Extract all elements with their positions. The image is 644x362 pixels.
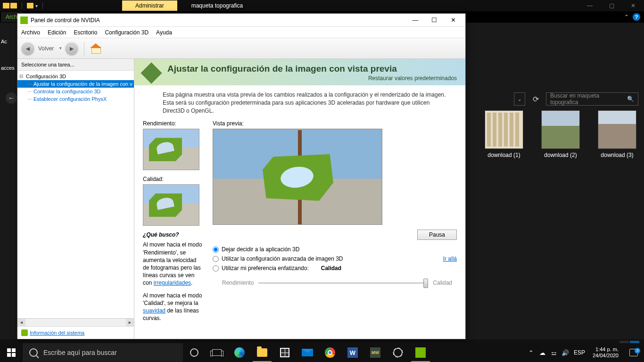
- minimize-button[interactable]: —: [406, 15, 425, 26]
- action-center-button[interactable]: 3: [623, 349, 644, 356]
- back-button[interactable]: ←: [6, 92, 17, 104]
- taskbar-app-chrome[interactable]: [319, 343, 341, 362]
- explorer-left-fragment: Ac acces: [0, 28, 17, 81]
- taskbar-app-word[interactable]: W: [341, 343, 364, 362]
- start-button[interactable]: [0, 343, 23, 362]
- taskbar-app-settings[interactable]: [387, 343, 409, 362]
- label-preview: Vista previa:: [213, 120, 457, 127]
- minimize-button[interactable]: —: [579, 0, 601, 11]
- back-label: Volver: [38, 45, 54, 52]
- taskbar-app-mw[interactable]: MW: [364, 343, 387, 362]
- tray-overflow-icon[interactable]: ⌃: [526, 349, 537, 356]
- quality-slider[interactable]: Rendimiento Calidad: [213, 273, 457, 291]
- taskbar-app-store[interactable]: [273, 343, 296, 362]
- nvidia-icon: [20, 16, 28, 24]
- menu-archivo[interactable]: Archivo: [21, 29, 40, 36]
- chevron-down-icon[interactable]: ▾: [35, 3, 38, 8]
- wifi-icon[interactable]: ⚍: [548, 349, 560, 356]
- preference-value: Calidad: [321, 265, 341, 272]
- pause-button[interactable]: Pausa: [417, 230, 457, 240]
- label-rendimiento: Rendimiento:: [143, 120, 204, 127]
- menu-edicion[interactable]: Edición: [48, 29, 66, 36]
- back-button[interactable]: ◄: [21, 42, 34, 55]
- tree-item-physx[interactable]: Establecer configuración PhysX: [17, 95, 134, 103]
- link-ir-alla[interactable]: Ir allá: [443, 255, 457, 262]
- refresh-icon[interactable]: ⟳: [529, 92, 542, 106]
- radio-app-decide[interactable]: Dejar decidir a la aplicación 3D: [213, 245, 457, 254]
- banner-icon: [141, 63, 162, 83]
- horizontal-scrollbar[interactable]: ◄►: [17, 318, 134, 326]
- help-icon[interactable]: ?: [633, 13, 640, 21]
- forward-button[interactable]: ►: [65, 42, 78, 55]
- onedrive-icon[interactable]: ☁: [537, 349, 548, 356]
- volume-icon[interactable]: 🔊: [560, 349, 571, 356]
- explorer-titlebar: ▾ Administrar maqueta topografica — ▢ ✕: [0, 0, 644, 11]
- address-dropdown[interactable]: ⌄: [514, 92, 525, 106]
- tree-item-manage-3d[interactable]: Controlar la configuración 3D: [17, 88, 134, 95]
- label-calidad: Calidad:: [143, 176, 204, 182]
- maximize-button[interactable]: ▢: [601, 0, 622, 11]
- folder-icon[interactable]: [3, 3, 9, 8]
- notification-badge: 3: [635, 348, 640, 354]
- page-description: Esta página muestra una vista previa de …: [134, 85, 465, 120]
- maximize-button[interactable]: ☐: [425, 15, 444, 26]
- nvidia-titlebar[interactable]: Panel de control de NVIDIA — ☐ ✕: [17, 14, 465, 27]
- page-banner: Ajustar la configuración de la imagen co…: [134, 59, 465, 85]
- quality-thumbnail: [143, 184, 199, 226]
- system-tray: ⌃ ☁ ⚍ 🔊 ESP 1:44 p. m. 24/04/2020 3: [526, 343, 644, 362]
- task-view-button[interactable]: [206, 343, 228, 362]
- chevron-down-icon[interactable]: ▼: [58, 46, 62, 50]
- preview-3d-viewport: [213, 129, 382, 225]
- file-item[interactable]: download (1): [483, 110, 525, 165]
- menubar: Archivo Edición Escritorio Configuración…: [17, 27, 465, 38]
- sidebar-header: Seleccione una tarea...: [17, 59, 134, 71]
- radio-my-preference[interactable]: Utilizar mi preferencia enfatizando: Cal…: [213, 263, 457, 273]
- file-grid: 7.5 c download (1) download (2) download…: [497, 110, 638, 165]
- restore-defaults-link[interactable]: Restaurar valores predeterminados: [167, 75, 457, 82]
- taskbar-app-edge[interactable]: [228, 343, 251, 362]
- link-irregularidades[interactable]: irregularidades: [154, 280, 191, 286]
- window-title: Panel de control de NVIDIA: [31, 17, 100, 24]
- search-icon: [29, 348, 38, 357]
- performance-thumbnail: [143, 129, 199, 170]
- page-title: Ajustar la configuración de la imagen co…: [167, 64, 457, 74]
- task-tree: Configuración 3D Ajustar la configuració…: [17, 71, 134, 318]
- file-thumbnail: [541, 110, 580, 149]
- file-thumbnail: [598, 110, 636, 149]
- menu-config-3d[interactable]: Configuración 3D: [105, 29, 149, 36]
- system-info-link[interactable]: Información del sistema: [17, 326, 134, 339]
- clock[interactable]: 1:44 p. m. 24/04/2020: [588, 346, 623, 359]
- tree-item-adjust-image[interactable]: Ajustar la configuración de la imagen co…: [17, 80, 134, 88]
- file-item[interactable]: download (3): [596, 110, 638, 165]
- folder-icon[interactable]: [27, 3, 33, 8]
- explorer-search-input[interactable]: Buscar en maqueta topografica 🔍: [546, 92, 638, 106]
- language-indicator[interactable]: ESP: [571, 349, 588, 356]
- link-suavidad[interactable]: suavidad: [143, 307, 165, 314]
- expand-ribbon-icon[interactable]: ⌃: [624, 14, 629, 20]
- file-thumbnail: [485, 110, 523, 149]
- taskbar-search-input[interactable]: Escribe aquí para buscar: [23, 343, 183, 362]
- slider-thumb[interactable]: [423, 279, 428, 288]
- search-icon: 🔍: [627, 96, 634, 102]
- taskbar-app-explorer[interactable]: [251, 343, 273, 362]
- cortana-button[interactable]: [183, 343, 206, 362]
- taskbar-app-mail[interactable]: [296, 343, 319, 362]
- close-button[interactable]: ✕: [444, 15, 462, 26]
- sidebar: Seleccione una tarea... Configuración 3D…: [17, 59, 134, 339]
- explorer-window-title: maqueta topografica: [191, 2, 243, 9]
- windows-icon: [7, 348, 16, 357]
- taskbar: Escribe aquí para buscar W MW ⌃ ☁ ⚍ 🔊 ES…: [0, 343, 644, 362]
- file-item[interactable]: download (2): [539, 110, 582, 165]
- menu-escritorio[interactable]: Escritorio: [74, 29, 97, 36]
- folder-icon[interactable]: [10, 3, 17, 8]
- radio-advanced[interactable]: Utilizar la configuración avanzada de im…: [213, 254, 457, 263]
- ribbon-tab-admin[interactable]: Administrar: [122, 0, 177, 11]
- info-icon: [21, 329, 28, 336]
- nvidia-control-panel-window: Panel de control de NVIDIA — ☐ ✕ Archivo…: [17, 13, 466, 339]
- close-button[interactable]: ✕: [622, 0, 644, 11]
- content-pane: Ajustar la configuración de la imagen co…: [134, 59, 465, 339]
- taskbar-app-nvidia[interactable]: [409, 343, 432, 362]
- tree-node-config-3d[interactable]: Configuración 3D: [17, 73, 134, 80]
- menu-ayuda[interactable]: Ayuda: [156, 29, 172, 36]
- home-icon[interactable]: [90, 43, 101, 54]
